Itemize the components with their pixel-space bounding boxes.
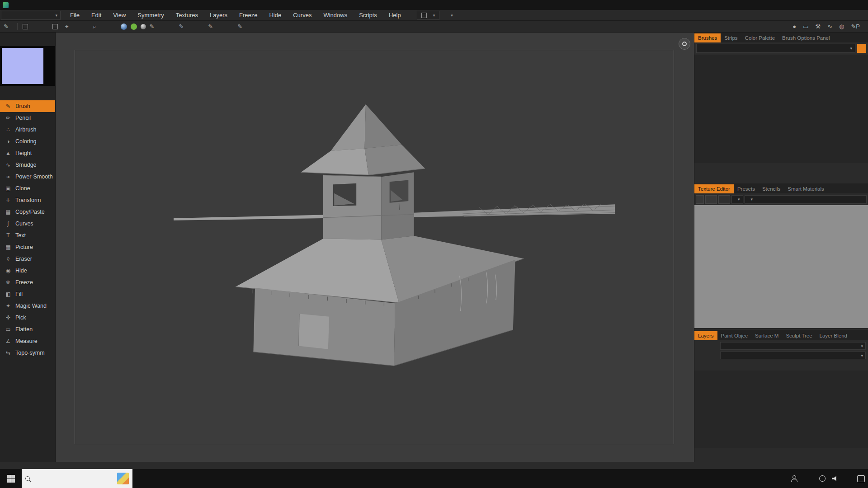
magnifier-icon[interactable]: ⌕ [93,23,96,30]
language-indicator[interactable] [841,469,848,488]
brush-preset-dropdown[interactable]: ▾ [696,44,855,53]
menu-item[interactable]: File [64,12,85,19]
menu-item[interactable]: Symmetry [132,12,170,19]
steady-stroke-checkbox[interactable] [23,24,28,29]
tool-item[interactable]: ✦ Magic Wand [0,300,55,312]
depth-blend-dropdown[interactable]: ▾ [720,352,866,359]
tool-item[interactable]: ▭ Flatten [0,324,55,335]
tool-item[interactable]: ∠ Measure [0,335,55,347]
tab[interactable]: Brush Options Panel [778,33,833,42]
menu-item[interactable]: Edit [85,12,107,19]
toolbar-icon-pen-settings[interactable]: ✎P [851,23,860,30]
volume-button[interactable] [829,469,841,488]
always-dropdown[interactable]: ▾ [417,11,440,20]
tab[interactable]: Stencils [759,184,784,193]
texture-editor-canvas[interactable] [694,205,868,328]
menu-item[interactable]: Curves [287,12,317,19]
tool-item[interactable]: ✎ Brush [0,100,55,112]
tool-item[interactable]: ✛ Transform [0,194,55,206]
tool-item[interactable]: ▦ Picture [0,241,55,253]
tab[interactable]: Presets [734,184,759,193]
toolbar-icon-activity[interactable]: ∿ [827,23,832,30]
tab[interactable]: Layer Blend [816,331,851,340]
always-checkbox[interactable] [421,13,427,18]
wireframe-button[interactable] [718,195,730,204]
tool-item[interactable]: ≈ Power-Smooth [0,171,55,183]
minimize-button[interactable] [808,0,828,10]
invert-tool-checkbox[interactable] [52,24,58,29]
viewport-3d[interactable] [56,33,694,462]
tab[interactable]: Strips [721,33,741,42]
add-brush-button[interactable] [857,44,866,53]
material-ball-icon[interactable] [141,24,146,29]
tab[interactable]: Smart Materials [784,184,828,193]
action-center-button[interactable] [854,469,868,488]
tool-item[interactable]: ✜ Pick [0,312,55,324]
tool-item[interactable]: ◊ Eraser [0,253,55,265]
toolbar-icon-display[interactable]: ▭ [803,23,808,30]
sphere-preview-icon[interactable] [121,23,127,30]
toolbar-icon-tools[interactable]: ⚒ [816,23,821,30]
hidden-icons-chevron[interactable] [810,469,816,488]
menu-item[interactable]: Scripts [353,12,383,19]
tool-label: Measure [15,338,38,344]
panel-menu-icon[interactable] [863,34,868,36]
tab[interactable]: Brushes [694,33,721,42]
tab[interactable]: Layers [694,331,717,340]
menu-item[interactable]: View [107,12,132,19]
taskbar-search[interactable] [22,469,132,488]
tool-item[interactable]: ⇆ Topo-symm [0,347,55,359]
tool-label: Picture [15,244,33,250]
tool-item[interactable]: ✏ Pencil [0,112,55,124]
tool-item[interactable]: ▤ Copy/Paste [0,206,55,218]
tab[interactable]: Sculpt Tree [782,331,816,340]
help-button[interactable] [696,195,704,204]
search-input[interactable] [33,475,101,482]
tool-icon: ✎ [5,103,12,109]
people-button[interactable] [788,469,801,488]
material-dropdown[interactable]: ▾ [745,195,867,204]
tool-item[interactable]: ∫ Curves [0,218,55,230]
start-button[interactable] [0,469,22,488]
tray-app-button[interactable] [816,469,829,488]
tab[interactable]: Color Palette [741,33,778,42]
tool-item[interactable]: ◉ Hide [0,265,55,277]
reset-button[interactable] [705,195,717,204]
tab[interactable]: Surface M [751,331,782,340]
tool-item[interactable]: ◧ Fill [0,288,55,300]
church-model[interactable] [75,50,674,444]
tool-item[interactable]: ▣ Clone [0,183,55,194]
menu-item[interactable]: Hide [263,12,287,19]
tool-label: Height [15,150,32,156]
menu-item[interactable]: Textures [170,12,204,19]
weather-widget[interactable] [801,469,810,488]
toolbar-icon-material-sphere[interactable]: ● [793,23,796,30]
color-circle-icon[interactable] [131,23,137,30]
tab[interactable]: Paint Objec [717,331,751,340]
menu-item[interactable]: Layers [204,12,233,19]
blend-mode-dropdown[interactable]: ▾ [720,342,866,350]
workspace-selector[interactable]: ▾ [1,11,61,20]
color-swatch[interactable] [2,48,43,84]
maximize-button[interactable] [828,0,848,10]
camera-icon[interactable] [679,38,690,50]
tool-item[interactable]: ◑ Coloring [0,136,55,147]
app-icon [3,2,9,8]
pan-icon[interactable]: ⌖ [65,23,68,30]
tool-label: Hide [15,267,27,274]
menu-item[interactable]: Freeze [233,12,263,19]
news-interests-icon[interactable] [117,473,129,484]
tool-item[interactable]: T Text [0,230,55,241]
menu-item[interactable]: Windows [317,12,353,19]
channel-dropdown[interactable]: ▾ [731,195,743,204]
menu-item[interactable]: Help [383,12,407,19]
tool-item[interactable]: ∿ Smudge [0,159,55,171]
tool-item[interactable]: ∴ Airbrush [0,124,55,136]
tool-item[interactable]: ❄ Freeze [0,277,55,288]
clock[interactable] [848,469,854,488]
tab[interactable]: Texture Editor [694,184,734,193]
picking-mode-dropdown[interactable]: ▾ [448,13,453,18]
toolbar-icon-render-sphere[interactable]: ◍ [839,23,844,30]
close-button[interactable] [848,0,868,10]
tool-item[interactable]: ▲ Height [0,147,55,159]
